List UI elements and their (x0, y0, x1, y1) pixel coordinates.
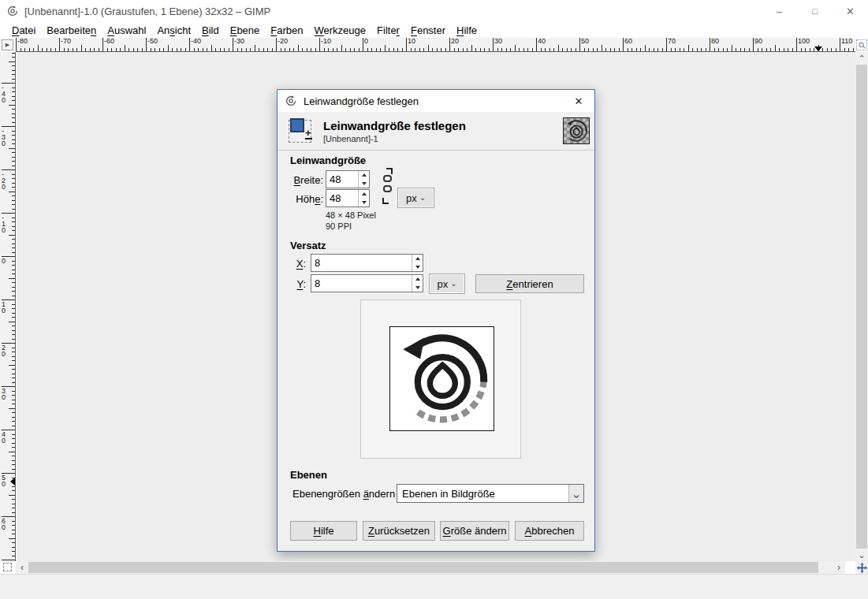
menu-item-werkzeuge[interactable]: Werkzeuge (309, 24, 372, 37)
layer-resize-dropdown[interactable]: Ebenen in Bildgröße ⌄ (397, 484, 584, 503)
width-spin-up-button[interactable] (359, 171, 369, 180)
vertical-scrollbar[interactable]: ⌃ ⌄ (855, 52, 868, 561)
ruler-menu-button[interactable]: ▶ (2, 39, 13, 50)
h-ruler-label: 10 (408, 38, 415, 45)
menu-item-filter[interactable]: Filter (371, 24, 405, 37)
offset-x-input[interactable] (311, 255, 412, 271)
offset-unit-dropdown[interactable]: px⌄ (429, 273, 465, 294)
v-ruler-label: 6 0 (2, 518, 6, 530)
dialog-icon (285, 95, 297, 107)
zoom-follow-toggle[interactable] (856, 39, 867, 50)
v-ruler-label: 5 0 (2, 474, 6, 487)
h-ruler-label: -10 (321, 38, 331, 45)
chevron-down-icon: ⌄ (568, 485, 583, 502)
width-spinner (326, 170, 370, 188)
h-ruler-label: 60 (624, 38, 632, 45)
layer-resize-value: Ebenen in Bildgröße (397, 488, 568, 500)
v-scroll-thumb[interactable] (856, 65, 867, 549)
width-input[interactable] (326, 171, 358, 188)
h-ruler-label: 50 (581, 38, 589, 45)
menu-item-ebene[interactable]: Ebene (225, 24, 266, 37)
height-spinner (326, 189, 370, 207)
v-ruler-label: 4 0 (2, 431, 6, 444)
gimp-window: { "window": { "title": "[Unbenannt]-1.0 … (0, 0, 868, 599)
reset-button[interactable]: Zurücksetzen (363, 521, 435, 541)
scroll-down-button[interactable]: ⌄ (855, 549, 868, 561)
menu-item-auswahl[interactable]: Auswahl (102, 24, 151, 37)
chevron-down-icon: ⌄ (450, 280, 456, 288)
magnifier-icon (859, 42, 866, 49)
canvas-resize-icon: + (287, 117, 315, 145)
menu-item-bild[interactable]: Bild (196, 24, 225, 37)
v-ruler-label: - 3 0 (2, 128, 6, 147)
quickmask-toggle[interactable] (3, 563, 12, 571)
cancel-button[interactable]: Abbrechen (515, 521, 584, 541)
menu-item-hilfe[interactable]: Hilfe (451, 24, 482, 37)
v-ruler-label: 1 0 (2, 301, 6, 314)
offset-heading: Versatz (290, 240, 326, 251)
width-spin-down-button[interactable] (359, 180, 369, 188)
offset-x-spinner (311, 254, 423, 272)
close-button[interactable]: ✕ (833, 0, 868, 22)
v-ruler-label: 2 0 (2, 344, 6, 357)
statusbar: px⌄ 550 % ⌄ recycle-water.png (22,0 kB) (0, 574, 868, 599)
offset-x-spin-down-button[interactable] (412, 263, 423, 272)
scroll-left-button[interactable]: ‹ (16, 561, 28, 574)
chevron-down-icon: ⌄ (419, 194, 426, 202)
layers-heading: Ebenen (290, 469, 327, 481)
resolution-info: 90 PPI (326, 221, 352, 231)
height-spin-up-button[interactable] (359, 190, 369, 199)
image-thumbnail (563, 117, 590, 144)
broken-chain-icon[interactable] (382, 168, 393, 204)
menu-item-ansicht[interactable]: Ansicht (151, 24, 196, 37)
offset-y-spin-down-button[interactable] (412, 284, 423, 292)
size-unit-dropdown[interactable]: px⌄ (397, 188, 434, 208)
h-ruler-label: -20 (278, 38, 288, 45)
menu-item-farben[interactable]: Farben (265, 24, 308, 37)
h-scroll-thumb[interactable] (28, 562, 818, 573)
h-ruler-label: -80 (17, 38, 28, 45)
vertical-ruler[interactable]: - 4 0- 3 0- 2 0- 1 001 02 03 04 05 06 07… (0, 52, 16, 561)
h-ruler-label: 80 (711, 38, 719, 45)
h-ruler-label: -30 (234, 38, 244, 45)
dialog-header-title: Leinwandgröße festlegen (323, 119, 466, 132)
horizontal-ruler[interactable]: -80-70-60-50-40-30-20-100102030405060708… (16, 38, 855, 52)
menu-item-datei[interactable]: Datei (6, 24, 41, 37)
h-ruler-position-marker (814, 47, 822, 51)
v-ruler-label: 3 0 (2, 388, 6, 400)
h-ruler-label: 40 (538, 38, 546, 45)
menu-item-fenster[interactable]: Fenster (405, 24, 451, 37)
offset-y-spin-up-button[interactable] (412, 275, 423, 284)
h-ruler-label: 100 (798, 38, 810, 45)
menubar: DateiBearbeitenAuswahlAnsichtBildEbeneFa… (0, 22, 868, 38)
navigation-button[interactable] (855, 561, 868, 574)
window-title: [Unbenannt]-1.0 (Graustufen, 1 Ebene) 32… (24, 6, 270, 17)
center-button[interactable]: Zentrieren (475, 274, 584, 293)
height-input[interactable] (326, 190, 358, 206)
dialog-close-button[interactable]: ✕ (563, 95, 594, 107)
horizontal-scrollbar[interactable] (28, 561, 833, 574)
scroll-up-button[interactable]: ⌃ (855, 52, 868, 65)
offset-x-spin-up-button[interactable] (412, 255, 423, 263)
maximize-button[interactable]: □ (797, 0, 833, 22)
pan-icon (857, 563, 867, 573)
help-button[interactable]: Hilfe (290, 521, 357, 541)
minimize-button[interactable]: – (762, 0, 797, 22)
menu-item-bearbeiten[interactable]: Bearbeiten (41, 24, 102, 37)
layer-resize-label: Ebenengrößen ändern (292, 488, 395, 500)
h-ruler-label: 70 (668, 38, 676, 45)
resize-button[interactable]: Größe ändern (440, 521, 509, 541)
canvas-size-heading: Leinwandgröße (290, 154, 366, 166)
offset-y-spinner (311, 274, 423, 292)
height-spin-down-button[interactable] (359, 199, 369, 207)
dialog-titlebar: Leinwandgröße festlegen ✕ (278, 90, 594, 112)
preview-image[interactable] (389, 326, 494, 431)
v-ruler-position-marker (10, 478, 15, 486)
canvas-size-dialog: Leinwandgröße festlegen ✕ + Leinwandgröß… (277, 89, 595, 552)
scroll-right-button[interactable]: › (833, 561, 845, 574)
dialog-header: + Leinwandgröße festlegen [Unbenannt]-1 (278, 112, 594, 151)
offset-y-input[interactable] (311, 275, 412, 292)
h-ruler-label: 20 (451, 38, 459, 45)
h-ruler-label: 30 (494, 38, 502, 45)
dialog-header-subtitle: [Unbenannt]-1 (323, 134, 466, 143)
